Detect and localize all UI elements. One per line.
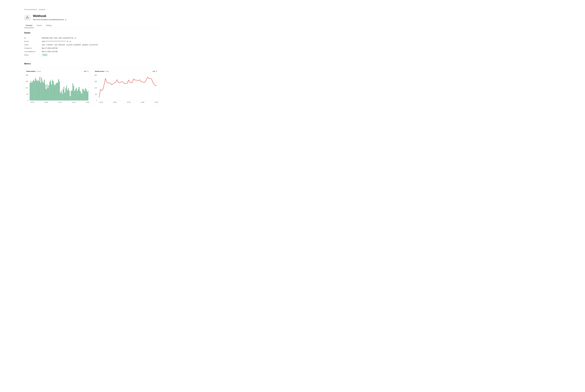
webhook-url: http://mock.hookdeck.com/webhooks/events — [33, 19, 64, 20]
breadcrumb-current: Webhook — [39, 9, 46, 10]
status-badge: Active — [42, 54, 48, 56]
detail-label: Last updated at — [24, 51, 42, 52]
detail-row-id: ID b4925365-b8cf-42b7-a762-aa1a539177a5 — [24, 36, 159, 40]
x-tick-label: 12:30 — [141, 102, 144, 103]
bar — [33, 80, 34, 100]
event-errors-chart: 085170255340 20:3002:0007:0012:3019:30 — [93, 68, 159, 105]
bar — [34, 81, 35, 100]
reveal-secret-button[interactable] — [66, 40, 68, 42]
breadcrumb: Event Destinations / Webhook — [24, 0, 159, 10]
y-tick-label: 340 — [26, 74, 28, 76]
bar — [50, 80, 51, 100]
bar — [61, 91, 62, 100]
bar — [83, 90, 84, 100]
bar — [47, 84, 48, 100]
bar — [40, 77, 40, 100]
y-axis: 085170255340 — [93, 75, 98, 100]
tab-events[interactable]: Events — [35, 24, 43, 28]
bar — [45, 84, 46, 100]
bar — [67, 90, 68, 100]
detail-label: Topics — [24, 44, 42, 46]
bar — [79, 87, 80, 100]
bar — [56, 83, 57, 100]
bar — [70, 96, 70, 100]
y-tick-label: 0 — [96, 100, 97, 102]
bar — [64, 87, 64, 100]
event-errors-card: Event errors / Rate 24h 085170255340 20: — [93, 68, 159, 106]
bar — [43, 83, 44, 100]
bar — [75, 89, 76, 100]
bar — [62, 94, 62, 100]
bar — [85, 88, 86, 100]
x-tick-label: 20:30 — [99, 102, 103, 103]
x-tick-label: 07:00 — [58, 102, 62, 103]
tab-bar: Overview Events Settings — [24, 24, 159, 28]
page: Event Destinations / Webhook Webhook htt… — [0, 0, 184, 118]
x-tick-label: 19:30 — [86, 102, 89, 103]
webhook-icon — [26, 16, 29, 19]
secret-value: asd************************ — [42, 40, 66, 42]
details-heading: Details — [24, 32, 159, 34]
bar — [56, 84, 56, 100]
bar — [69, 91, 70, 100]
bar — [35, 78, 36, 100]
y-tick-label: 255 — [26, 81, 28, 82]
x-tick-label: 02:00 — [44, 102, 48, 103]
bar — [36, 80, 36, 100]
x-tick-label: 07:00 — [127, 102, 130, 103]
bar — [77, 91, 78, 100]
bar — [74, 91, 75, 100]
bar — [80, 91, 80, 100]
details-section: Details ID b4925365-b8cf-42b7-a762-aa1a5… — [24, 32, 159, 56]
copy-url-button[interactable] — [65, 19, 66, 20]
bar — [86, 89, 86, 100]
bar — [42, 81, 43, 100]
bar — [59, 81, 60, 100]
bar — [84, 91, 85, 100]
bar — [51, 84, 52, 100]
copy-icon — [70, 40, 71, 42]
detail-row-updated-at: Last updated at Nov 17 2024, 9:10 PM — [24, 50, 159, 53]
total-events-chart: 085170255340 20:3002:0007:0012:3019:30 — [24, 68, 90, 105]
x-tick-label: 12:30 — [72, 102, 76, 103]
tab-settings[interactable]: Settings — [44, 24, 53, 28]
webhook-id-value: b4925365-b8cf-42b7-a762-aa1a539177a5 — [42, 37, 74, 39]
bar — [30, 83, 30, 100]
detail-label: Status — [24, 54, 42, 56]
breadcrumb-parent[interactable]: Event Destinations — [24, 9, 37, 10]
bar — [32, 81, 33, 100]
bar — [37, 81, 38, 100]
plot-area: 20:3002:0007:0012:3019:30 — [30, 75, 88, 100]
bar — [68, 88, 69, 100]
bar — [32, 83, 32, 100]
bar — [54, 84, 54, 100]
bar — [87, 92, 88, 100]
bar — [66, 86, 67, 100]
y-tick-label: 85 — [95, 94, 97, 95]
metrics-heading: Metrics — [24, 63, 159, 65]
detail-row-secret: Secret asd************************ — [24, 40, 159, 43]
total-events-card: Total events / Count 24h 085170255340 20 — [24, 68, 90, 106]
bar — [74, 86, 74, 100]
copy-icon — [74, 37, 76, 39]
updated-at-value: Nov 17 2024, 9:10 PM — [42, 51, 58, 52]
bar — [78, 89, 78, 100]
y-tick-label: 255 — [94, 81, 97, 82]
copy-id-button[interactable] — [74, 37, 76, 39]
error-rate-line — [99, 77, 156, 98]
page-header: Webhook http://mock.hookdeck.com/webhook… — [24, 14, 159, 20]
bar-series — [30, 75, 88, 100]
x-tick — [101, 100, 101, 101]
bar — [58, 79, 59, 100]
webhook-tile — [24, 14, 30, 20]
bar — [38, 81, 39, 100]
copy-secret-button[interactable] — [70, 40, 71, 42]
bar — [60, 93, 61, 100]
x-tick — [88, 100, 88, 101]
bar — [48, 88, 48, 100]
bar — [38, 80, 38, 100]
topics-value: user.created, user.deleted, account.disa… — [42, 44, 98, 46]
y-tick-label: 170 — [94, 87, 97, 89]
detail-label: Created at — [24, 47, 42, 49]
tab-overview[interactable]: Overview — [24, 24, 34, 28]
